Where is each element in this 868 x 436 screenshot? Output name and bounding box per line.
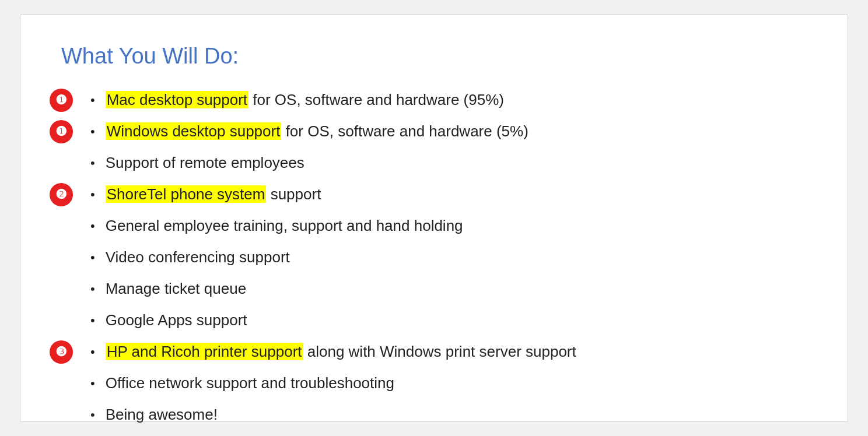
badge-2: ❷ <box>50 183 73 206</box>
bullet-row: • Support of remote employees <box>90 150 304 176</box>
content-area: ❶ • Mac desktop support for OS, software… <box>55 86 813 429</box>
badge-3: ❸ <box>50 340 73 364</box>
bullet-row: • General employee training, support and… <box>90 213 463 239</box>
bullet-row: • Office network support and troubleshoo… <box>90 371 394 396</box>
bullet-row: • HP and Ricoh printer support along wit… <box>90 339 576 365</box>
list-item: ❷ • ShoreTel phone system support <box>55 181 813 209</box>
bullet-row: • Being awesome! <box>90 402 218 428</box>
list-item: • Office network support and troubleshoo… <box>55 370 813 398</box>
bullet-icon: • <box>90 250 95 265</box>
bullet-row: • Google Apps support <box>90 308 247 333</box>
item-text: Video conferencing support <box>106 248 290 268</box>
list-item: • Being awesome! <box>55 401 813 429</box>
badge-1a: ❶ <box>50 89 73 112</box>
bullet-icon: • <box>90 93 95 108</box>
bullet-icon: • <box>90 124 95 139</box>
list-item: • Support of remote employees <box>55 149 813 177</box>
bullet-icon: • <box>90 376 95 391</box>
highlight-text: Mac desktop support <box>106 91 249 108</box>
item-text: Google Apps support <box>106 311 247 330</box>
item-text: Being awesome! <box>106 405 218 425</box>
bullet-icon: • <box>90 156 95 171</box>
bullet-icon: • <box>90 219 95 234</box>
list-item: ❸ • HP and Ricoh printer support along w… <box>55 338 813 366</box>
bullet-icon: • <box>90 282 95 297</box>
item-text: Windows desktop support for OS, software… <box>106 122 528 142</box>
item-text: General employee training, support and h… <box>106 216 463 236</box>
badge-1b: ❶ <box>50 120 73 143</box>
item-text: Mac desktop support for OS, software and… <box>106 90 504 110</box>
bullet-icon: • <box>90 344 95 360</box>
highlight-text: Windows desktop support <box>106 122 282 140</box>
bullet-icon: • <box>90 407 95 423</box>
list-item: • Google Apps support <box>55 307 813 335</box>
list-item: • Video conferencing support <box>55 244 813 272</box>
highlight-text: ShoreTel phone system <box>106 185 267 203</box>
bullet-row: • Manage ticket queue <box>90 276 246 302</box>
highlight-text: HP and Ricoh printer support <box>106 343 303 360</box>
item-text: ShoreTel phone system support <box>106 185 321 205</box>
list-item: ❶ • Windows desktop support for OS, soft… <box>55 118 813 146</box>
item-text: Manage ticket queue <box>106 279 246 299</box>
bullet-row: • Windows desktop support for OS, softwa… <box>90 119 528 145</box>
item-text: Office network support and troubleshooti… <box>106 374 394 393</box>
bullet-row: • ShoreTel phone system support <box>90 182 321 208</box>
list-item: • Manage ticket queue <box>55 275 813 303</box>
item-text: HP and Ricoh printer support along with … <box>106 342 576 362</box>
bullet-row: • Video conferencing support <box>90 245 290 270</box>
slide: What You Will Do: ❶ • Mac desktop suppor… <box>20 14 848 422</box>
item-text: Support of remote employees <box>106 153 304 173</box>
slide-title: What You Will Do: <box>61 44 813 69</box>
list-item: • General employee training, support and… <box>55 212 813 240</box>
bullet-icon: • <box>90 187 95 202</box>
list-item: ❶ • Mac desktop support for OS, software… <box>55 86 813 114</box>
bullet-row: • Mac desktop support for OS, software a… <box>90 87 504 113</box>
bullet-icon: • <box>90 313 95 328</box>
